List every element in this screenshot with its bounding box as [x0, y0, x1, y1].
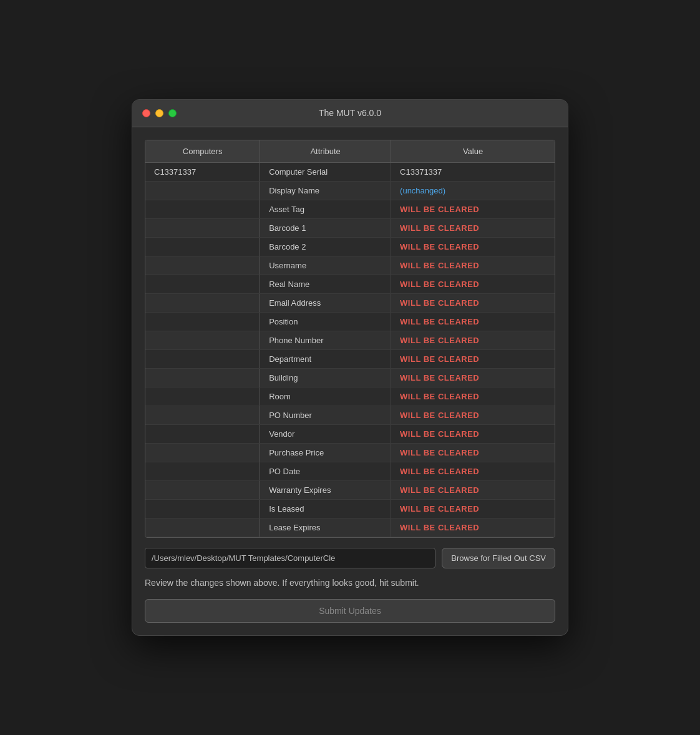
cell-computer: [145, 480, 260, 499]
table-row: Lease ExpiresWILL BE CLEARED: [145, 518, 555, 537]
cell-computer: C13371337: [145, 162, 260, 181]
cell-computer: [145, 275, 260, 293]
table-row: Asset TagWILL BE CLEARED: [145, 200, 555, 218]
table-row: Phone NumberWILL BE CLEARED: [145, 331, 555, 349]
table-row: Warranty ExpiresWILL BE CLEARED: [145, 480, 555, 499]
cell-computer: [145, 181, 260, 200]
cell-computer: [145, 368, 260, 387]
cell-value: WILL BE CLEARED: [391, 518, 555, 537]
cell-attribute: Phone Number: [260, 331, 391, 349]
cell-value: WILL BE CLEARED: [391, 462, 555, 480]
cell-value: WILL BE CLEARED: [391, 387, 555, 406]
table-row: PO DateWILL BE CLEARED: [145, 462, 555, 480]
cell-value: WILL BE CLEARED: [391, 293, 555, 312]
table-row: Real NameWILL BE CLEARED: [145, 275, 555, 293]
cell-computer: [145, 200, 260, 218]
table-row: Email AddressWILL BE CLEARED: [145, 293, 555, 312]
cell-attribute: Position: [260, 312, 391, 331]
traffic-lights: [142, 109, 177, 117]
table-row: RoomWILL BE CLEARED: [145, 387, 555, 406]
data-table: Computers Attribute Value C13371337Compu…: [145, 140, 555, 537]
table-row: Barcode 2WILL BE CLEARED: [145, 237, 555, 256]
table-header-row: Computers Attribute Value: [145, 140, 555, 163]
cell-value: WILL BE CLEARED: [391, 218, 555, 237]
table-row: BuildingWILL BE CLEARED: [145, 368, 555, 387]
cell-value: WILL BE CLEARED: [391, 499, 555, 518]
cell-attribute: PO Number: [260, 406, 391, 424]
cell-attribute: Is Leased: [260, 499, 391, 518]
window-title: The MUT v6.0.0: [319, 108, 381, 118]
cell-computer: [145, 312, 260, 331]
cell-attribute: Room: [260, 387, 391, 406]
cell-computer: [145, 518, 260, 537]
col-header-attribute: Attribute: [260, 140, 391, 163]
cell-computer: [145, 443, 260, 462]
close-button[interactable]: [142, 109, 150, 117]
cell-value: C13371337: [391, 162, 555, 181]
cell-attribute: Warranty Expires: [260, 480, 391, 499]
csv-row: /Users/mlev/Desktop/MUT Templates/Comput…: [145, 548, 555, 568]
cell-computer: [145, 293, 260, 312]
footer-area: /Users/mlev/Desktop/MUT Templates/Comput…: [145, 548, 555, 623]
titlebar: The MUT v6.0.0: [132, 100, 568, 127]
cell-value: WILL BE CLEARED: [391, 443, 555, 462]
cell-attribute: Lease Expires: [260, 518, 391, 537]
maximize-button[interactable]: [168, 109, 177, 117]
minimize-button[interactable]: [155, 109, 163, 117]
table-row: Display Name(unchanged): [145, 181, 555, 200]
cell-value: WILL BE CLEARED: [391, 480, 555, 499]
cell-computer: [145, 218, 260, 237]
cell-computer: [145, 237, 260, 256]
submit-button[interactable]: Submit Updates: [145, 599, 555, 623]
submit-row: Submit Updates: [145, 599, 555, 623]
cell-attribute: Vendor: [260, 424, 391, 443]
cell-attribute: Computer Serial: [260, 162, 391, 181]
cell-computer: [145, 256, 260, 275]
col-header-computers: Computers: [145, 140, 260, 163]
cell-value: WILL BE CLEARED: [391, 424, 555, 443]
cell-attribute: Purchase Price: [260, 443, 391, 462]
table-row: VendorWILL BE CLEARED: [145, 424, 555, 443]
cell-value: WILL BE CLEARED: [391, 200, 555, 218]
browse-button[interactable]: Browse for Filled Out CSV: [442, 548, 555, 568]
cell-computer: [145, 424, 260, 443]
table-row: DepartmentWILL BE CLEARED: [145, 349, 555, 368]
cell-attribute: Barcode 1: [260, 218, 391, 237]
table-row: UsernameWILL BE CLEARED: [145, 256, 555, 275]
cell-attribute: Real Name: [260, 275, 391, 293]
window-content: Computers Attribute Value C13371337Compu…: [132, 127, 568, 636]
cell-computer: [145, 349, 260, 368]
table-row: Purchase PriceWILL BE CLEARED: [145, 443, 555, 462]
cell-value: WILL BE CLEARED: [391, 256, 555, 275]
cell-value: (unchanged): [391, 181, 555, 200]
cell-computer: [145, 331, 260, 349]
cell-value: WILL BE CLEARED: [391, 368, 555, 387]
cell-computer: [145, 462, 260, 480]
cell-value: WILL BE CLEARED: [391, 312, 555, 331]
csv-path-display: /Users/mlev/Desktop/MUT Templates/Comput…: [145, 548, 435, 568]
cell-value: WILL BE CLEARED: [391, 275, 555, 293]
app-window: The MUT v6.0.0 Computers Attribute Value…: [132, 99, 568, 636]
table-row: PositionWILL BE CLEARED: [145, 312, 555, 331]
cell-attribute: Barcode 2: [260, 237, 391, 256]
cell-attribute: Department: [260, 349, 391, 368]
cell-value: WILL BE CLEARED: [391, 237, 555, 256]
table-row: PO NumberWILL BE CLEARED: [145, 406, 555, 424]
cell-attribute: Display Name: [260, 181, 391, 200]
table-row: Is LeasedWILL BE CLEARED: [145, 499, 555, 518]
cell-computer: [145, 387, 260, 406]
cell-attribute: Asset Tag: [260, 200, 391, 218]
cell-value: WILL BE CLEARED: [391, 349, 555, 368]
cell-computer: [145, 499, 260, 518]
table-row: C13371337Computer SerialC13371337: [145, 162, 555, 181]
cell-value: WILL BE CLEARED: [391, 331, 555, 349]
cell-attribute: PO Date: [260, 462, 391, 480]
col-header-value: Value: [391, 140, 555, 163]
cell-attribute: Building: [260, 368, 391, 387]
review-text: Review the changes shown above. If every…: [145, 577, 555, 590]
cell-value: WILL BE CLEARED: [391, 406, 555, 424]
cell-computer: [145, 406, 260, 424]
cell-attribute: Email Address: [260, 293, 391, 312]
cell-attribute: Username: [260, 256, 391, 275]
table-row: Barcode 1WILL BE CLEARED: [145, 218, 555, 237]
